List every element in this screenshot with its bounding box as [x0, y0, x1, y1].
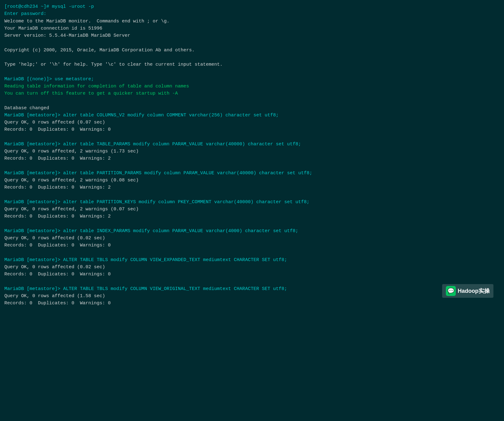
- terminal-line: MariaDB [metastore]> alter table TABLE_P…: [4, 141, 500, 148]
- terminal-line: Your MariaDB connection id is 51996: [4, 25, 500, 32]
- terminal-line: Records: 0 Duplicates: 0 Warnings: 0: [4, 300, 500, 307]
- terminal-line: Records: 0 Duplicates: 0 Warnings: 2: [4, 155, 500, 162]
- watermark-icon: 💬: [446, 286, 456, 296]
- terminal-line: [4, 54, 500, 61]
- terminal-line: Query OK, 0 rows affected, 2 warnings (0…: [4, 206, 500, 213]
- terminal-line: Reading table information for completion…: [4, 83, 500, 90]
- terminal-line: MariaDB [(none)]> use metastore;: [4, 76, 500, 83]
- terminal-line: Query OK, 0 rows affected (0.02 sec): [4, 235, 500, 242]
- terminal-line: Database changed: [4, 105, 500, 112]
- terminal-line: MariaDB [metastore]> alter table PARTITI…: [4, 199, 500, 206]
- terminal: [root@cdh234 ~]# mysql -uroot -pEnter pa…: [4, 3, 500, 307]
- terminal-line: Records: 0 Duplicates: 0 Warnings: 2: [4, 213, 500, 220]
- terminal-line: MariaDB [metastore]> alter table PARTITI…: [4, 170, 500, 177]
- terminal-line: Records: 0 Duplicates: 0 Warnings: 0: [4, 271, 500, 278]
- terminal-line: Query OK, 0 rows affected (0.07 sec): [4, 119, 500, 126]
- terminal-line: [4, 39, 500, 46]
- terminal-line: [4, 162, 500, 170]
- terminal-line: MariaDB [metastore]> ALTER TABLE TBLS mo…: [4, 285, 500, 292]
- terminal-line: [4, 97, 500, 104]
- terminal-line: Server version: 5.5.44-MariaDB MariaDB S…: [4, 32, 500, 39]
- terminal-line: Type 'help;' or '\h' for help. Type '\c'…: [4, 61, 500, 68]
- terminal-line: [4, 68, 500, 75]
- terminal-line: MariaDB [metastore]> ALTER TABLE TBLS mo…: [4, 256, 500, 264]
- terminal-line: Records: 0 Duplicates: 0 Warnings: 0: [4, 126, 500, 133]
- terminal-line: Query OK, 0 rows affected, 2 warnings (0…: [4, 177, 500, 184]
- terminal-line: Records: 0 Duplicates: 0 Warnings: 0: [4, 242, 500, 249]
- terminal-line: Query OK, 0 rows affected (0.02 sec): [4, 264, 500, 271]
- terminal-line: [4, 278, 500, 285]
- terminal-line: [4, 220, 500, 227]
- terminal-line: Query OK, 0 rows affected, 2 warnings (1…: [4, 148, 500, 155]
- terminal-line: Enter password:: [4, 10, 500, 17]
- terminal-content: [root@cdh234 ~]# mysql -uroot -pEnter pa…: [4, 3, 500, 307]
- terminal-line: Copyright (c) 2000, 2015, Oracle, MariaD…: [4, 47, 500, 54]
- terminal-line: [4, 249, 500, 256]
- terminal-line: Records: 0 Duplicates: 0 Warnings: 2: [4, 184, 500, 191]
- terminal-line: MariaDB [metastore]> alter table COLUMNS…: [4, 112, 500, 119]
- terminal-line: You can turn off this feature to get a q…: [4, 90, 500, 97]
- watermark: 💬 Hadoop实操: [442, 284, 493, 298]
- terminal-line: MariaDB [metastore]> alter table INDEX_P…: [4, 227, 500, 235]
- terminal-line: Welcome to the MariaDB monitor. Commands…: [4, 18, 500, 25]
- watermark-text: Hadoop实操: [458, 287, 490, 295]
- terminal-line: [4, 191, 500, 199]
- terminal-line: [root@cdh234 ~]# mysql -uroot -p: [4, 3, 500, 10]
- terminal-line: Query OK, 0 rows affected (1.58 sec): [4, 292, 500, 300]
- terminal-line: [4, 133, 500, 141]
